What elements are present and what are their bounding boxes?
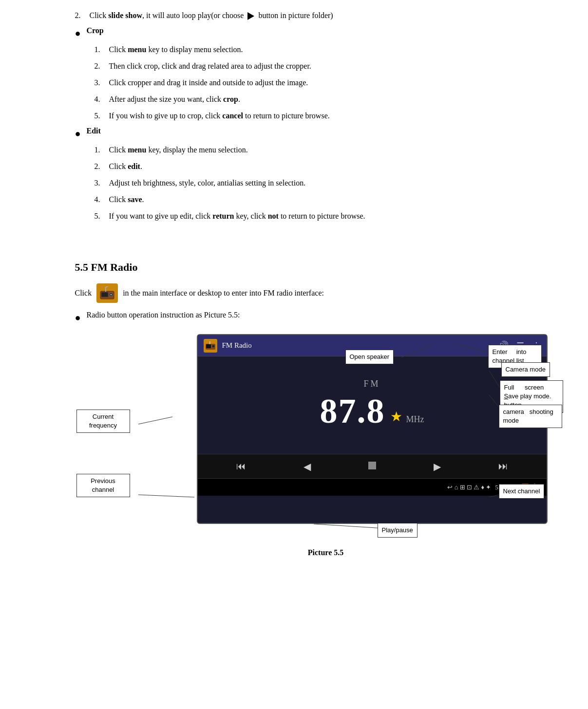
skip-to-end-button[interactable]: ⏭: [494, 459, 512, 474]
edit-section-header: ● Edit: [75, 127, 513, 140]
edit-item-4: 4. Click save.: [95, 194, 513, 205]
main-content: 2. Click slide show, it will auto loop p…: [75, 10, 513, 557]
fm-label: FM: [363, 379, 380, 389]
fm-controls-bar: ⏮ ◀ ▶ ⏭: [198, 454, 547, 478]
crop-item-5: 5. If you wish to give up to crop, click…: [95, 110, 513, 122]
slideshow-item: 2. Click slide show, it will auto loop p…: [75, 10, 513, 21]
fm-main-display: FM 87.8 ★ MHz: [198, 356, 547, 454]
crop-list: 1. Click menu key to display menu select…: [95, 44, 513, 122]
fm-bullet: ● Radio button operation instruction as …: [75, 311, 513, 324]
fm-radio-icon: [96, 283, 118, 303]
bullet-dot: ●: [75, 26, 85, 40]
fm-section-heading: 5.5 FM Radio: [75, 261, 513, 274]
fm-star-icon[interactable]: ★: [390, 409, 402, 425]
edit-item-3: 3. Adjust teh brightness, style, color, …: [95, 177, 513, 189]
edit-heading: Edit: [87, 127, 101, 135]
play-pause-annotation: Play/pause: [378, 523, 417, 538]
slideshow-text: Click slide show, it will auto loop play…: [90, 10, 333, 21]
edit-item-1: 1. Click menu key, display the menu sele…: [95, 144, 513, 156]
svg-line-12: [138, 417, 172, 424]
current-frequency-annotation: Currentfrequency: [76, 410, 130, 433]
bullet-dot-edit: ●: [75, 127, 85, 140]
crop-heading: Crop: [87, 26, 104, 35]
edit-list: 1. Click menu key, display the menu sele…: [95, 144, 513, 222]
svg-point-3: [111, 294, 112, 296]
svg-rect-1: [101, 292, 108, 297]
fm-intro-text: Click in the main interface or desktop t…: [75, 283, 513, 303]
edit-item-5: 5. If you want to give up edit, click re…: [95, 210, 513, 222]
next-channel-button[interactable]: ▶: [430, 459, 445, 474]
picture-caption: Picture 5.5: [138, 548, 513, 557]
svg-line-13: [138, 495, 194, 497]
crop-item-2: 2. Then click crop, click and drag relat…: [95, 60, 513, 72]
fm-diagram: FM Radio 🔊 ☰ ⋮ FM 87.8 ★ MHz ⏮ ◀: [75, 329, 513, 539]
svg-rect-5: [105, 286, 110, 288]
prev-channel-button[interactable]: ◀: [300, 459, 315, 474]
svg-rect-9: [209, 341, 210, 344]
play-pause-button[interactable]: [364, 459, 380, 474]
item-number: 2.: [75, 10, 90, 21]
fm-app-title: FM Radio: [222, 341, 498, 350]
previous-channel-annotation: Previouschannel: [76, 474, 130, 497]
fm-statusbar: ↩ ⌂ ⊞ ⊡ ⚠ ♦ ✦ 5:42 PM 📶 📡: [198, 478, 547, 496]
fm-frequency-row: 87.8 ★ MHz: [320, 391, 424, 431]
svg-point-8: [212, 345, 215, 348]
crop-item-4: 4. After adjust the size you want, click…: [95, 93, 513, 105]
fm-frequency-value: 87.8: [320, 391, 385, 431]
fm-bullet-text: Radio button operation instruction as Pi…: [87, 311, 240, 319]
skip-to-start-button[interactable]: ⏮: [232, 459, 250, 474]
svg-rect-7: [206, 344, 211, 348]
crop-item-1: 1. Click menu key to display menu select…: [95, 44, 513, 56]
play-icon-inline: [247, 12, 254, 20]
next-channel-annotation: Next channel: [499, 484, 545, 499]
svg-rect-4: [105, 288, 106, 292]
camera-mode-annotation: Camera mode: [501, 362, 550, 377]
crop-section-header: ● Crop: [75, 26, 513, 40]
edit-item-2: 2. Click edit.: [95, 161, 513, 172]
fm-app-icon: [204, 339, 217, 353]
status-icons: ↩ ⌂ ⊞ ⊡ ⚠ ♦ ✦: [447, 484, 491, 491]
open-speaker-annotation: Open speaker: [345, 350, 394, 364]
crop-item-3: 3. Click cropper and drag it inside and …: [95, 77, 513, 89]
fm-frequency-unit: MHz: [406, 414, 424, 425]
camera-shooting-annotation: camera shootingmode: [499, 405, 562, 428]
